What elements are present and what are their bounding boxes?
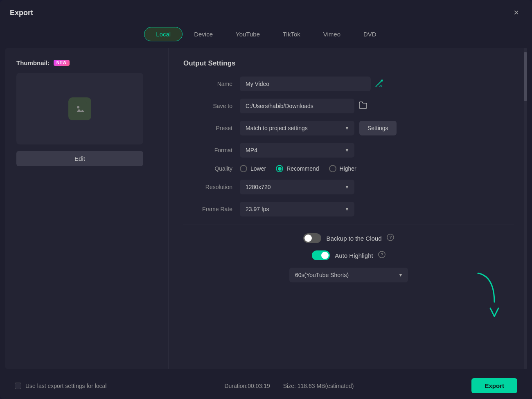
frame-rate-label: Frame Rate [183,206,232,212]
quality-radio-group: Lower Recommend Higher [240,165,356,172]
svg-point-2 [381,79,383,81]
auto-highlight-label: Auto Highlight [335,252,373,259]
frame-rate-row: Frame Rate 23.97 fps 24 fps 30 fps 60 fp… [183,202,514,216]
frame-rate-select-wrapper: 23.97 fps 24 fps 30 fps 60 fps ▼ [240,202,354,216]
quality-label: Quality [183,165,232,172]
quality-recommend-option[interactable]: Recommend [276,165,319,172]
svg-rect-0 [72,101,87,116]
left-panel: Thumbnail: NEW Edit [5,48,169,369]
use-last-label: Use last export settings for local [25,383,106,389]
bottom-bar: Use last export settings for local Durat… [5,372,527,399]
divider [183,225,514,225]
format-select-wrapper: MP4 MOV AVI ▼ [240,143,354,158]
close-button[interactable]: × [510,7,522,19]
preset-select-wrapper: Match to project settings ▼ [240,121,354,135]
tab-youtube[interactable]: YouTube [224,27,271,41]
export-button[interactable]: Export [471,378,517,393]
tab-device[interactable]: Device [183,27,224,41]
quality-higher-option[interactable]: Higher [329,165,356,172]
resolution-label: Resolution [183,184,232,190]
tab-local[interactable]: Local [144,27,183,41]
backup-info-icon[interactable]: ? [387,234,394,243]
tab-dvd[interactable]: DVD [352,27,388,41]
quality-lower-option[interactable]: Lower [240,165,266,172]
ai-icon[interactable]: AI [375,79,384,90]
thumbnail-icon [68,97,91,120]
name-label: Name [183,81,232,87]
quality-recommend-radio[interactable] [276,165,283,172]
auto-highlight-toggle-knob [321,252,329,259]
preset-row: Preset Match to project settings ▼ Setti… [183,121,514,135]
backup-toggle[interactable] [303,233,321,243]
save-to-input[interactable] [240,99,354,113]
duration-info: Duration:00:03:19 [224,383,270,389]
backup-label: Backup to the Cloud [326,235,381,242]
quality-lower-label: Lower [250,165,266,172]
tab-vimeo[interactable]: Vimeo [312,27,352,41]
use-last-checkbox[interactable] [15,383,21,389]
resolution-select[interactable]: 1280x720 1920x1080 3840x2160 [240,180,354,194]
svg-text:?: ? [381,252,383,257]
preset-label: Preset [183,125,232,131]
thumbnail-text: Thumbnail: [16,59,50,66]
folder-icon[interactable] [358,101,367,111]
name-input[interactable] [240,77,371,91]
auto-highlight-toggle[interactable] [312,250,330,260]
scrollbar-thumb[interactable] [524,52,527,101]
highlight-duration-select[interactable]: 60s(YouTube Shorts) 30s 90s [289,268,408,282]
scrollbar-track[interactable] [524,48,527,369]
settings-button[interactable]: Settings [359,121,397,135]
tab-tiktok[interactable]: TikTok [271,27,312,41]
quality-higher-label: Higher [340,165,356,172]
frame-rate-select[interactable]: 23.97 fps 24 fps 30 fps 60 fps [240,202,354,216]
tabs-bar: Local Device YouTube TikTok Vimeo DVD [0,24,532,48]
export-dialog: Export × Local Device YouTube TikTok Vim… [0,0,532,399]
new-badge: NEW [54,60,70,66]
quality-row: Quality Lower Recommend Higher [183,165,514,172]
backup-toggle-row: Backup to the Cloud ? [183,233,514,243]
resolution-row: Resolution 1280x720 1920x1080 3840x2160 … [183,180,514,194]
highlight-select-wrapper: 60s(YouTube Shorts) 30s 90s ▼ [289,268,408,282]
svg-text:AI: AI [379,84,382,87]
quality-higher-radio[interactable] [329,165,336,172]
format-select[interactable]: MP4 MOV AVI [240,143,354,158]
resolution-select-wrapper: 1280x720 1920x1080 3840x2160 ▼ [240,180,354,194]
quality-recommend-label: Recommend [286,165,319,172]
dialog-title: Export [10,9,33,17]
thumbnail-label: Thumbnail: NEW [16,59,158,66]
size-info: Size: 118.63 MB(estimated) [283,383,354,389]
title-bar: Export × [0,0,532,24]
main-content: Thumbnail: NEW Edit Output Settings Name [5,48,527,369]
format-row: Format MP4 MOV AVI ▼ [183,143,514,158]
quality-lower-radio[interactable] [240,165,247,172]
thumbnail-preview [16,73,143,144]
save-to-label: Save to [183,103,232,109]
name-row: Name AI [183,77,514,91]
backup-toggle-knob [304,234,312,242]
save-to-row: Save to [183,99,514,113]
preset-select[interactable]: Match to project settings [240,121,354,135]
highlight-dropdown: 60s(YouTube Shorts) 30s 90s ▼ [183,268,514,282]
meta-info: Duration:00:03:19 Size: 118.63 MB(estima… [224,383,354,389]
section-title: Output Settings [183,59,514,68]
right-panel: Output Settings Name AI Save to [169,48,527,369]
svg-text:?: ? [389,235,392,240]
use-last-settings: Use last export settings for local [15,383,106,389]
edit-button[interactable]: Edit [16,151,143,166]
svg-point-1 [77,106,79,108]
auto-highlight-toggle-row: Auto Highlight ? [183,250,514,260]
auto-highlight-info-icon[interactable]: ? [378,251,385,260]
format-label: Format [183,147,232,153]
